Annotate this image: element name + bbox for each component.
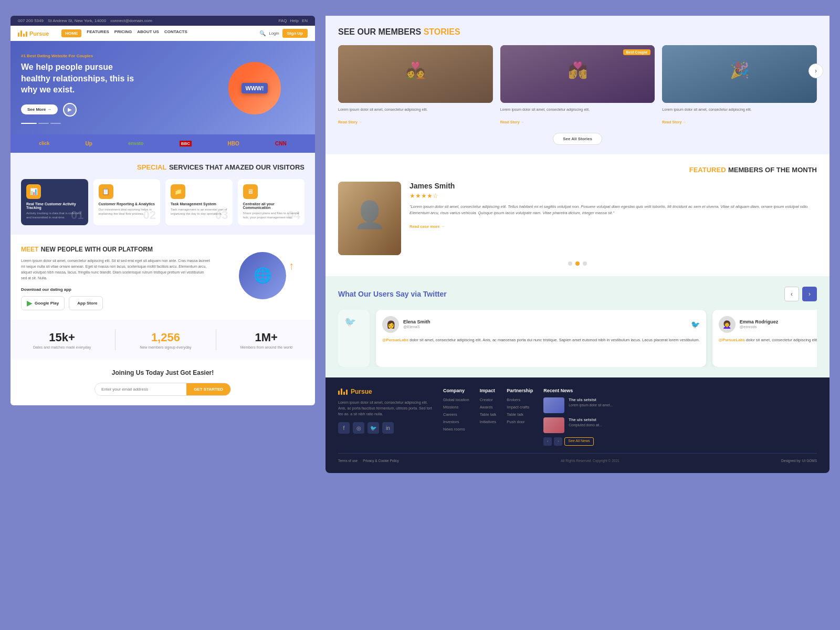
join-section: Joining Us Today Just Got Easier! GET ST… — [10, 360, 315, 405]
featured-read-more[interactable]: Read case more → — [410, 224, 445, 229]
footer-link-creator[interactable]: Creator — [480, 397, 497, 402]
footer-link-investors[interactable]: Investors — [443, 419, 469, 424]
footer-grid: Pursue Lorem ipsum dolor sit amet, conse… — [338, 388, 817, 446]
stories-section: SEE OUR MEMBERS STORIES 💑 — [326, 16, 830, 154]
footer-partnership-links: Brokers Impact crafts Table talk Push do… — [507, 397, 533, 424]
stat-dates: 15k+ Dates and matches made everyday — [33, 331, 91, 349]
footer-company-title: Company — [443, 388, 469, 393]
footer-link-table-talk-p[interactable]: Table talk — [507, 412, 533, 417]
lang-selector[interactable]: EN — [302, 18, 308, 23]
footer-link-initiatives[interactable]: Initiatives — [480, 419, 497, 424]
footer-link-impact-crafts[interactable]: Impact crafts — [507, 405, 533, 410]
stats-section: 15k+ Dates and matches made everyday 1,2… — [10, 320, 315, 360]
nav-features[interactable]: FEATURES — [87, 29, 109, 37]
see-all-stories-button[interactable]: See All Stories — [553, 133, 602, 145]
footer-brand-desc: Lorem ipsum dolor sit amet, consectetur … — [338, 400, 433, 417]
logo-text: Pursue — [29, 30, 49, 37]
google-play-button[interactable]: ▶ Google Play — [21, 296, 65, 310]
play-button[interactable]: ▶ — [63, 103, 77, 117]
footer-socials: f ◎ 🐦 in — [338, 422, 433, 434]
stories-next-button[interactable]: › — [808, 64, 823, 78]
services-section: SPECIAL SERVICES THAT AMAZED OUR VISITOR… — [10, 153, 315, 235]
tweet-mention-1: @PursueLabs — [382, 338, 408, 342]
footer-impact-title: Impact — [480, 388, 497, 393]
dot-1[interactable] — [568, 261, 572, 266]
nav-pricing[interactable]: PRICING — [114, 29, 132, 37]
footer-link-missions[interactable]: Missions — [443, 405, 469, 410]
tweet-text-2: @PursueLabs dolor sit amet, consectetur … — [719, 337, 817, 343]
facebook-icon[interactable]: f — [338, 422, 350, 434]
services-title-highlight: SPECIAL — [137, 163, 166, 171]
footer-link-awards[interactable]: Awards — [480, 405, 497, 410]
twitter-prev-button[interactable]: ‹ — [784, 287, 799, 301]
logo-bars-icon — [18, 30, 27, 37]
twitter-icon[interactable]: 🐦 — [368, 422, 379, 434]
footer-link-brokers[interactable]: Brokers — [507, 397, 533, 402]
meet-globe: 🌐 — [239, 252, 286, 299]
footer-logo-text: Pursue — [351, 388, 372, 395]
footer-partnership-title: Partnership — [507, 388, 533, 393]
terms-link[interactable]: Terms of use — [338, 459, 358, 463]
stories-title-normal: SEE OUR MEMBERS — [338, 27, 424, 36]
news-next-button[interactable]: › — [554, 437, 562, 446]
footer-link-news-rooms[interactable]: News rooms — [443, 427, 469, 432]
service-num-1: 01 — [71, 208, 83, 222]
footer-news-title: Recent News — [543, 388, 613, 393]
privacy-link[interactable]: Privacy & Cookie Policy — [363, 459, 399, 463]
see-more-button[interactable]: See More → — [21, 104, 58, 114]
linkedin-icon[interactable]: in — [382, 422, 394, 434]
service-card-2: 📋 Customer Reporting & Analytics Our inv… — [93, 179, 161, 225]
story-read-2[interactable]: Read Story → — [500, 120, 524, 124]
story-read-3[interactable]: Read Story → — [662, 120, 686, 124]
footer-link-push-door[interactable]: Push door — [507, 419, 533, 424]
tweet-user-1: 👩 Elena Smith @ElenaS 🐦 — [382, 316, 700, 333]
news-page-buttons: ‹ › See All News — [543, 437, 613, 446]
footer-copyright: All Rights Reserved. Copyright © 2021 — [561, 459, 619, 463]
dot-3[interactable] — [583, 261, 587, 266]
twitter-icon-left: 🐦 — [344, 316, 363, 328]
download-label: Download our dating app — [21, 287, 210, 292]
news-item-1: The uls setstst Lorem ipsum dolor sit am… — [543, 397, 613, 413]
twitter-header: What Our Users Say via Twitter ‹ › — [338, 287, 817, 301]
services-title: SPECIAL SERVICES THAT AMAZED OUR VISITOR… — [21, 162, 304, 172]
story-read-1[interactable]: Read Story → — [338, 120, 362, 124]
footer-col-company: Company Global location Missions Careers… — [443, 388, 469, 446]
meet-title-highlight: MEET — [21, 246, 38, 253]
search-icon[interactable]: 🔍 — [259, 30, 266, 36]
footer-link-global[interactable]: Global location — [443, 397, 469, 402]
footer-link-table-talk[interactable]: Table talk — [480, 412, 497, 417]
help-link[interactable]: Help — [290, 18, 298, 23]
service-card-4: 🖥 Centralize all your Communication Shar… — [238, 179, 305, 225]
login-button[interactable]: Login — [269, 31, 279, 36]
app-store-button[interactable]: App Store — [69, 296, 103, 310]
signup-button[interactable]: Sign Up — [282, 29, 308, 38]
footer-company-links: Global location Missions Careers Investo… — [443, 397, 469, 432]
meet-text: MEET NEW PEOPLE WITH OUR PLATFORM Lorem … — [21, 244, 210, 311]
twitter-section: What Our Users Say via Twitter ‹ › 🐦 👩 E… — [326, 276, 830, 377]
nav-about[interactable]: ABOUT US — [137, 29, 159, 37]
meet-illustration: 🌐 ↑ — [220, 244, 304, 307]
tweet-card-left-partial: 🐦 — [338, 310, 370, 367]
featured-stars: ★★★★☆ — [410, 192, 817, 200]
svg-text:👤: 👤 — [353, 199, 386, 230]
nav-contacts[interactable]: CONTACTS — [164, 29, 187, 37]
dot-2[interactable] — [575, 261, 580, 266]
news-prev-button[interactable]: ‹ — [543, 437, 552, 446]
footer-link-careers[interactable]: Careers — [443, 412, 469, 417]
get-started-button[interactable]: GET STARTED — [186, 383, 230, 395]
news-thumb-1 — [543, 397, 564, 413]
news-item-2: The uls setstst Compluted domo ati... — [543, 417, 613, 433]
footer-col-partnership: Partnership Brokers Impact crafts Table … — [507, 388, 533, 446]
instagram-icon[interactable]: ◎ — [353, 422, 364, 434]
footer-bottom: Terms of use Privacy & Cookie Policy All… — [338, 453, 817, 463]
nav-home[interactable]: HOME — [61, 29, 81, 37]
twitter-next-button[interactable]: › — [802, 287, 817, 301]
story-image-2: 💏 Best Couple — [500, 45, 655, 103]
app-buttons: ▶ Google Play App Store — [21, 296, 210, 310]
email: connect@domain.com — [110, 18, 152, 23]
email-field[interactable] — [95, 383, 186, 395]
faq-link[interactable]: FAQ — [278, 18, 287, 23]
see-all-news-button[interactable]: See All News — [564, 437, 593, 446]
footer-impact-links: Creator Awards Table talk Initiatives — [480, 397, 497, 424]
service-num-4: 04 — [288, 208, 300, 222]
